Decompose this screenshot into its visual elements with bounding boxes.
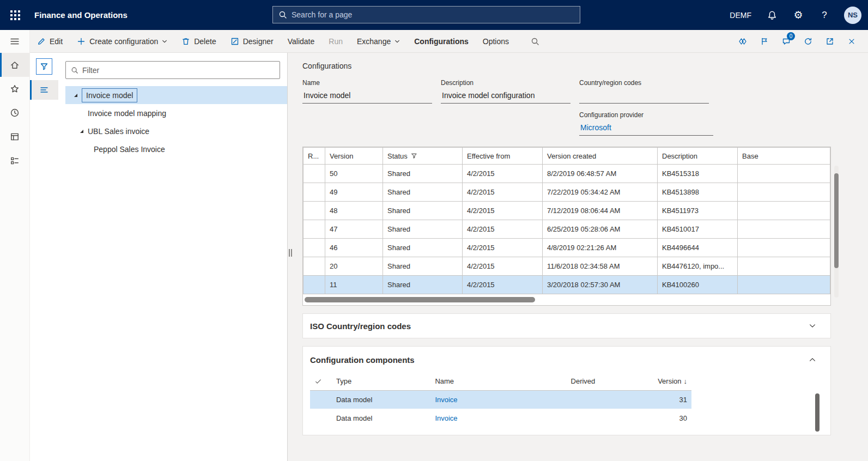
nav-workspaces-button[interactable] <box>0 125 29 149</box>
company-selector[interactable]: DEMF <box>722 11 759 20</box>
configuration-components-section-header[interactable]: Configuration components <box>303 347 830 373</box>
create-configuration-button[interactable]: Create configuration <box>77 37 167 46</box>
column-header-version[interactable]: Version <box>325 148 383 165</box>
chevron-up-icon <box>809 356 816 363</box>
tree-expand-toggle[interactable] <box>76 128 88 135</box>
column-header-version-sorted[interactable]: Version↓ <box>653 373 691 390</box>
country-region-codes-value[interactable] <box>579 90 709 104</box>
edit-button[interactable]: Edit <box>37 37 63 46</box>
table-row[interactable]: 48 Shared 4/2/2015 7/12/2019 08:06:44 AM… <box>304 202 830 220</box>
attachments-button[interactable] <box>754 37 775 46</box>
search-icon <box>278 10 287 19</box>
column-header-status[interactable]: Status <box>383 148 463 165</box>
designer-icon <box>230 37 239 46</box>
funnel-icon <box>40 62 48 71</box>
table-row[interactable]: 47 Shared 4/2/2015 6/25/2019 05:28:06 AM… <box>304 220 830 239</box>
configuration-components-section: Configuration components Type Name <box>302 346 831 435</box>
tree-filter-box[interactable] <box>65 61 280 79</box>
column-header-derived[interactable]: Derived <box>567 373 654 390</box>
panel-splitter[interactable] <box>287 53 293 461</box>
scrollbar-thumb[interactable] <box>305 297 535 302</box>
chevron-down-icon <box>162 39 167 44</box>
name-field: Name Invoice model <box>302 79 441 104</box>
nav-modules-button[interactable] <box>0 149 29 173</box>
expanded-twistie-icon <box>78 128 85 135</box>
components-grid-header: Type Name Derived Version↓ <box>310 373 691 390</box>
search-icon <box>71 66 78 74</box>
close-page-button[interactable] <box>841 38 863 45</box>
designer-button[interactable]: Designer <box>230 37 274 46</box>
app-launcher-button[interactable] <box>0 0 30 30</box>
table-row[interactable]: 20 Shared 4/2/2015 11/6/2018 02:34:58 AM… <box>304 257 830 276</box>
tree-filter-input[interactable] <box>82 66 275 75</box>
iso-country-region-codes-section-header[interactable]: ISO Country/region codes <box>302 313 831 338</box>
edit-icon <box>37 37 46 46</box>
name-value[interactable]: Invoice model <box>302 90 432 104</box>
flag-icon <box>760 37 769 46</box>
table-row-selected[interactable]: Data model Invoice 31 <box>310 390 691 409</box>
column-header-row-selector[interactable]: R... <box>304 148 325 165</box>
column-header-base[interactable]: Base <box>738 148 830 165</box>
gear-icon: ⚙ <box>793 10 803 20</box>
column-header-effective-from[interactable]: Effective from <box>463 148 543 165</box>
tree-expand-toggle[interactable] <box>70 92 82 99</box>
action-search-button[interactable] <box>531 37 539 46</box>
tree-list-view-button[interactable] <box>30 80 58 100</box>
expand-navigation-button[interactable] <box>0 30 29 53</box>
tree-item-invoice-model[interactable]: Invoice model <box>65 86 287 104</box>
validate-button[interactable]: Validate <box>288 37 315 46</box>
modules-icon <box>10 156 20 166</box>
table-row[interactable]: 50 Shared 4/2/2015 8/2/2019 06:48:57 AM … <box>304 165 830 183</box>
configurations-tree-panel: Invoice model Invoice model mapping UBL … <box>30 53 287 461</box>
column-header-name[interactable]: Name <box>430 373 566 390</box>
versions-grid-horizontal-scrollbar[interactable] <box>305 297 829 302</box>
action-pane: Edit Create configuration Delete Designe… <box>30 30 868 53</box>
waffle-icon <box>10 10 20 20</box>
tab-configurations[interactable]: Configurations <box>414 37 469 46</box>
column-header-description[interactable]: Description <box>658 148 738 165</box>
sort-descending-icon: ↓ <box>684 377 688 385</box>
versions-grid-vertical-scrollbar[interactable] <box>834 166 839 298</box>
help-button[interactable]: ? <box>811 0 837 30</box>
scrollbar-thumb[interactable] <box>815 393 820 432</box>
tree-item-invoice-model-mapping[interactable]: Invoice model mapping <box>65 104 287 122</box>
global-search-input[interactable] <box>292 10 574 19</box>
configuration-provider-link[interactable]: Microsoft <box>579 123 713 136</box>
messages-button[interactable]: 0 <box>775 37 797 46</box>
component-link[interactable]: Invoice <box>430 409 566 427</box>
exchange-button[interactable]: Exchange <box>357 37 400 46</box>
chevron-down-icon <box>809 322 816 330</box>
tree-item-ubl-sales-invoice[interactable]: UBL Sales invoice <box>65 122 287 140</box>
left-navigation-rail <box>0 30 30 461</box>
global-search-box[interactable] <box>272 6 580 23</box>
tab-options[interactable]: Options <box>483 37 509 46</box>
description-value[interactable]: Invoice model configuration <box>441 90 570 104</box>
user-avatar[interactable]: NS <box>844 7 861 24</box>
table-row-selected[interactable]: 11 Shared 4/2/2015 3/20/2018 02:57:30 AM… <box>304 276 830 294</box>
notifications-button[interactable] <box>759 0 785 30</box>
column-header-type[interactable]: Type <box>332 373 430 390</box>
nav-home-button[interactable] <box>0 53 29 77</box>
open-in-new-window-button[interactable] <box>819 37 841 46</box>
configuration-header-fields: Name Invoice model Description Invoice m… <box>302 79 831 136</box>
refresh-button[interactable] <box>797 37 819 46</box>
scrollbar-thumb[interactable] <box>834 173 839 268</box>
table-row[interactable]: 49 Shared 4/2/2015 7/22/2019 05:34:42 AM… <box>304 183 830 202</box>
power-apps-button[interactable] <box>732 37 754 46</box>
components-grid: Type Name Derived Version↓ <box>310 373 691 427</box>
column-header-version-created[interactable]: Version created <box>543 148 658 165</box>
component-link[interactable]: Invoice <box>430 390 566 409</box>
table-row[interactable]: Data model Invoice 30 <box>310 409 691 427</box>
nav-recent-button[interactable] <box>0 101 29 125</box>
settings-button[interactable]: ⚙ <box>785 0 811 30</box>
tree-item-peppol-sales-invoice[interactable]: Peppol Sales Invoice <box>65 140 287 158</box>
home-icon <box>10 60 20 70</box>
refresh-icon <box>804 37 812 46</box>
table-row[interactable]: 46 Shared 4/2/2015 4/8/2019 02:21:26 AM … <box>304 239 830 257</box>
column-header-select-all[interactable] <box>310 373 332 390</box>
components-grid-vertical-scrollbar[interactable] <box>815 393 820 432</box>
power-apps-icon <box>738 37 747 46</box>
nav-favorites-button[interactable] <box>0 77 29 101</box>
delete-button[interactable]: Delete <box>181 37 216 46</box>
show-filters-button[interactable] <box>36 58 52 75</box>
